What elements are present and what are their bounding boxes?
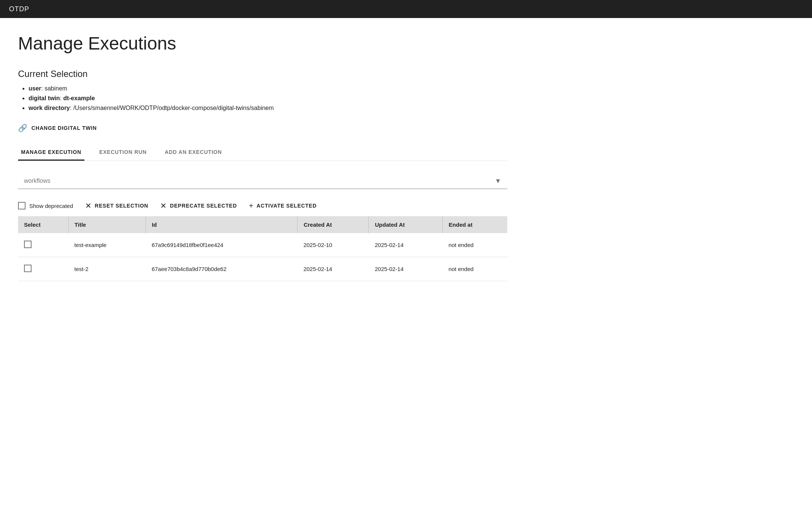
table-row: test-example 67a9c69149d18fbe0f1ee424 20…	[18, 233, 507, 257]
row-2-select	[18, 257, 68, 281]
deprecate-selected-button[interactable]: ✕ DEPRECATE SELECTED	[160, 201, 237, 210]
current-selection-section: Current Selection user: sabinem digital …	[18, 69, 507, 145]
selection-list: user: sabinem digital twin: dt-example w…	[18, 85, 507, 111]
activate-selected-button[interactable]: + ACTIVATE SELECTED	[249, 202, 317, 210]
deprecate-selected-label: DEPRECATE SELECTED	[170, 203, 237, 209]
row-1-id: 67a9c69149d18fbe0f1ee424	[146, 233, 298, 257]
plus-icon-activate: +	[249, 202, 253, 210]
col-title: Title	[68, 216, 146, 233]
workflows-dropdown[interactable]: workflows workflows	[18, 173, 507, 189]
selection-value-digital-twin: dt-example	[63, 95, 95, 101]
main-content: Manage Executions Current Selection user…	[0, 18, 525, 296]
tab-add-execution[interactable]: ADD AN EXECUTION	[162, 145, 225, 161]
row-2-title: test-2	[68, 257, 146, 281]
row-1-title: test-example	[68, 233, 146, 257]
selection-value-user: sabinem	[45, 85, 67, 92]
change-digital-twin-link[interactable]: 🔗 CHANGE DIGITAL TWIN	[18, 123, 97, 133]
dropdown-divider	[18, 189, 507, 189]
col-select: Select	[18, 216, 68, 233]
link-icon: 🔗	[18, 123, 28, 133]
tab-manage-execution[interactable]: MANAGE EXECUTION	[18, 145, 84, 161]
selection-value-work-directory: /Users/smaennel/WORK/ODTP/odtp/docker-co…	[73, 105, 274, 111]
row-1-checkbox[interactable]	[24, 241, 32, 248]
col-updated-at: Updated At	[369, 216, 443, 233]
executions-table: Select Title Id Created At Updated At En…	[18, 216, 507, 281]
row-1-ended-at: not ended	[442, 233, 507, 257]
page-title: Manage Executions	[18, 33, 507, 54]
selection-item-digital-twin: digital twin: dt-example	[29, 95, 507, 102]
selection-key-user: user	[29, 85, 41, 92]
row-1-updated-at: 2025-02-14	[369, 233, 443, 257]
selection-item-user: user: sabinem	[29, 85, 507, 92]
row-1-select	[18, 233, 68, 257]
activate-selected-label: ACTIVATE SELECTED	[257, 203, 317, 209]
tab-execution-run[interactable]: EXECUTION RUN	[96, 145, 150, 161]
reset-selection-button[interactable]: ✕ RESET SELECTION	[85, 201, 149, 210]
workflows-dropdown-container: workflows workflows ▼	[18, 173, 507, 189]
col-id: Id	[146, 216, 298, 233]
row-2-created-at: 2025-02-14	[298, 257, 369, 281]
selection-key-work-directory: work directory	[29, 105, 70, 111]
x-icon-reset: ✕	[85, 201, 92, 210]
selection-item-work-directory: work directory: /Users/smaennel/WORK/ODT…	[29, 105, 507, 111]
x-icon-deprecate: ✕	[160, 201, 167, 210]
row-2-updated-at: 2025-02-14	[369, 257, 443, 281]
row-2-ended-at: not ended	[442, 257, 507, 281]
table-row: test-2 67aee703b4c8a9d770b0de62 2025-02-…	[18, 257, 507, 281]
navbar: OTDP	[0, 0, 812, 18]
row-2-id: 67aee703b4c8a9d770b0de62	[146, 257, 298, 281]
row-1-created-at: 2025-02-10	[298, 233, 369, 257]
selection-key-digital-twin: digital twin	[29, 95, 60, 101]
row-2-checkbox[interactable]	[24, 265, 32, 272]
reset-selection-label: RESET SELECTION	[95, 203, 149, 209]
show-deprecated-checkbox[interactable]	[18, 202, 26, 209]
current-selection-heading: Current Selection	[18, 69, 507, 79]
table-header-row: Select Title Id Created At Updated At En…	[18, 216, 507, 233]
show-deprecated-wrapper: Show deprecated	[18, 202, 73, 209]
col-ended-at: Ended at	[442, 216, 507, 233]
toolbar: Show deprecated ✕ RESET SELECTION ✕ DEPR…	[18, 195, 507, 216]
change-dt-label: CHANGE DIGITAL TWIN	[32, 125, 97, 131]
col-created-at: Created At	[298, 216, 369, 233]
tabs-container: MANAGE EXECUTION EXECUTION RUN ADD AN EX…	[18, 145, 507, 161]
show-deprecated-label: Show deprecated	[29, 203, 73, 209]
app-brand: OTDP	[9, 5, 29, 13]
